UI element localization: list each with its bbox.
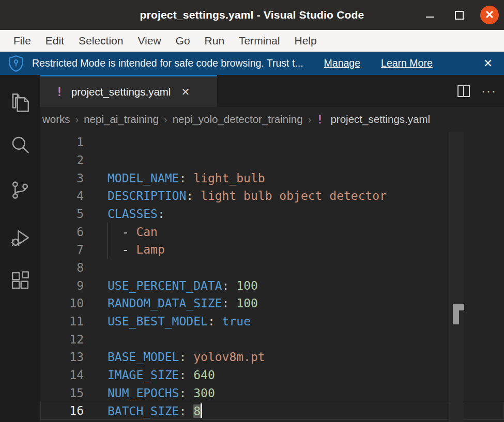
token-key: RANDOM_DATA_SIZE — [108, 296, 222, 310]
breadcrumb-item-nepi_yolo_detector_training[interactable]: nepi_yolo_detector_training — [173, 113, 303, 126]
code-line-12[interactable]: 12 — [40, 330, 504, 348]
code-line-13[interactable]: 13BASE_MODEL: yolov8m.pt — [40, 348, 504, 366]
vscode-window: project_settings.yaml - Visual Studio Co… — [0, 0, 504, 422]
menu-file[interactable]: File — [6, 30, 38, 52]
code-line-11[interactable]: 11USE_BEST_MODEL: true — [40, 312, 504, 331]
code-line-2[interactable]: 2 — [40, 151, 504, 169]
more-actions-icon[interactable]: ··· — [481, 88, 497, 93]
token-key: DESCRIPTION — [108, 189, 186, 202]
line-number: 5 — [40, 207, 84, 221]
breadcrumb: works›nepi_ai_training›nepi_yolo_detecto… — [40, 107, 504, 132]
breadcrumb-separator: › — [75, 114, 79, 126]
maximize-icon — [455, 11, 464, 20]
token-punct: : — [222, 296, 230, 310]
menu-go[interactable]: Go — [169, 30, 197, 52]
token-num: 100 — [236, 296, 258, 310]
token-key: BASE_MODEL — [108, 350, 179, 364]
token-kw: true — [222, 315, 251, 328]
line-number: 8 — [40, 261, 84, 274]
code-line-8[interactable]: 8 — [40, 259, 504, 277]
code-line-16[interactable]: 16BATCH_SIZE: 8 — [40, 402, 504, 420]
code-line-5[interactable]: 5CLASSES: — [40, 205, 504, 223]
breadcrumb-yaml-file-icon: ! — [316, 113, 323, 126]
token-punct: : — [208, 315, 215, 328]
token-str: yolov8m.pt — [186, 350, 265, 364]
token-plain — [229, 279, 236, 292]
code-editor[interactable]: 123MODEL_NAME: light_bulb4DESCRIPTION: l… — [40, 132, 504, 422]
text-cursor — [201, 403, 202, 418]
extensions-icon — [9, 270, 31, 291]
menu-help[interactable]: Help — [287, 30, 324, 52]
token-plain — [186, 404, 193, 418]
activity-item-run-debug[interactable] — [0, 223, 40, 254]
token-num: 300 — [193, 386, 215, 400]
token-plain — [215, 315, 222, 328]
tab-strip: ! project_settings.yaml ✕ ··· — [40, 75, 504, 107]
token-str: light_bulb — [186, 171, 265, 185]
token-str: light bulb object detector — [193, 189, 387, 202]
token-key: IMAGE_SIZE — [108, 368, 179, 382]
activity-item-extensions[interactable] — [0, 265, 40, 296]
line-number: 13 — [40, 350, 84, 364]
code-line-14[interactable]: 14IMAGE_SIZE: 640 — [40, 366, 504, 384]
maximize-button[interactable] — [451, 0, 467, 30]
code-line-15[interactable]: 15NUM_EPOCHS: 300 — [40, 384, 504, 402]
token-punct: : — [179, 404, 186, 418]
line-content: USE_BEST_MODEL: true — [84, 315, 251, 328]
tab-close-icon[interactable]: ✕ — [181, 86, 190, 98]
activity-item-source-control[interactable] — [0, 175, 40, 206]
line-number: 16 — [40, 404, 84, 417]
code-line-6[interactable]: 6 - Can — [40, 223, 504, 241]
menu-run[interactable]: Run — [197, 30, 232, 52]
activity-item-search[interactable] — [0, 129, 40, 160]
code-line-7[interactable]: 7 - Lamp — [40, 241, 504, 259]
overview-ruler[interactable] — [449, 132, 464, 422]
line-content: IMAGE_SIZE: 640 — [84, 368, 215, 382]
scrollbar-marker — [453, 304, 464, 310]
code-line-3[interactable]: 3MODEL_NAME: light_bulb — [40, 169, 504, 187]
tab-project-settings-yaml[interactable]: ! project_settings.yaml ✕ — [40, 75, 217, 107]
code-line-9[interactable]: 9USE_PERCENT_DATA: 100 — [40, 276, 504, 294]
line-number: 12 — [40, 333, 84, 346]
code-line-1[interactable]: 1 — [40, 133, 504, 151]
window-title: project_settings.yaml - Visual Studio Co… — [140, 9, 364, 21]
breadcrumb-item-nepi_ai_training[interactable]: nepi_ai_training — [84, 113, 159, 126]
token-plain — [186, 368, 193, 382]
editor-actions: ··· — [457, 75, 500, 107]
token-plain — [186, 386, 193, 400]
code-line-10[interactable]: 10RANDOM_DATA_SIZE: 100 — [40, 294, 504, 312]
banner-message: Restricted Mode is intended for safe cod… — [32, 57, 303, 69]
breadcrumb-item-file[interactable]: project_settings.yaml — [330, 113, 430, 126]
banner-learn-more-link[interactable]: Learn More — [381, 57, 433, 69]
line-number: 14 — [40, 368, 84, 382]
line-content: USE_PERCENT_DATA: 100 — [84, 279, 258, 292]
close-window-button[interactable]: ✕ — [480, 0, 499, 30]
token-plain — [108, 225, 122, 239]
line-number: 15 — [40, 386, 84, 400]
minimize-button[interactable] — [422, 0, 438, 30]
breadcrumb-item-works[interactable]: works — [42, 113, 70, 126]
menu-terminal[interactable]: Terminal — [232, 30, 287, 52]
menu-edit[interactable]: Edit — [38, 30, 71, 52]
run-debug-icon — [9, 227, 31, 249]
menu-selection[interactable]: Selection — [71, 30, 130, 52]
banner-manage-link[interactable]: Manage — [324, 57, 360, 69]
token-punct: : — [179, 386, 186, 400]
close-icon: ✕ — [480, 6, 499, 24]
token-key: USE_BEST_MODEL — [108, 315, 208, 328]
banner-close-icon[interactable]: ✕ — [480, 57, 496, 70]
token-punct: : — [179, 171, 186, 185]
restricted-mode-banner: Restricted Mode is intended for safe cod… — [0, 52, 504, 75]
line-content: BATCH_SIZE: 8 — [84, 403, 202, 418]
token-punct: : — [186, 189, 193, 202]
menu-view[interactable]: View — [130, 30, 168, 52]
token-num: 8 — [193, 404, 201, 418]
code-line-4[interactable]: 4DESCRIPTION: light bulb object detector — [40, 187, 504, 205]
line-number: 11 — [40, 315, 84, 328]
breadcrumb-separator: › — [308, 114, 312, 126]
activity-item-explorer[interactable] — [0, 87, 40, 118]
search-icon — [9, 134, 31, 155]
token-str: Can — [136, 225, 158, 239]
token-key: NUM_EPOCHS — [108, 386, 179, 400]
split-editor-icon[interactable] — [457, 85, 470, 97]
